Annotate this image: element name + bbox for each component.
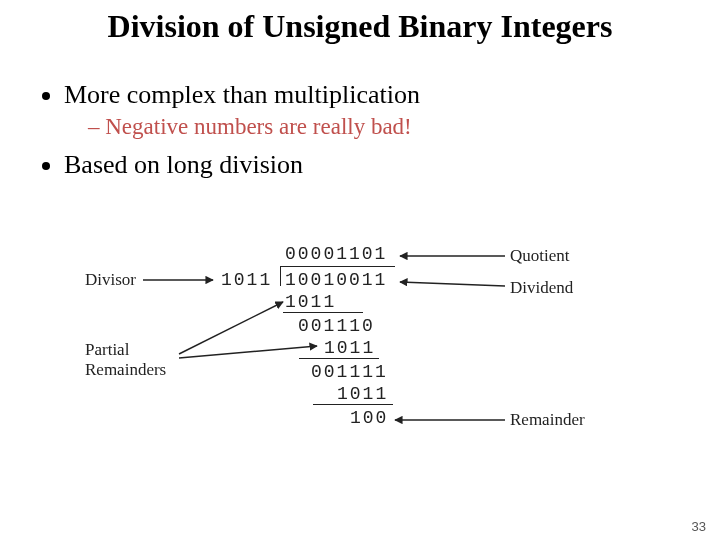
- bullet-1: More complex than multiplication Negativ…: [64, 80, 690, 140]
- arrow-layer: [85, 244, 645, 484]
- long-division-diagram: 00001101 1011 10010011 1011 001110 1011 …: [85, 244, 645, 484]
- slide-body: More complex than multiplication Negativ…: [36, 80, 690, 188]
- arrow-dividend: [400, 282, 505, 286]
- slide-title: Division of Unsigned Binary Integers: [0, 8, 720, 45]
- arrow-partial-2: [179, 346, 317, 358]
- arrow-partial-1: [179, 302, 283, 354]
- bullet-2: Based on long division: [64, 150, 690, 180]
- bullet-1-text: More complex than multiplication: [64, 80, 420, 109]
- bullet-1-sub-1: Negative numbers are really bad!: [88, 114, 690, 140]
- page-number: 33: [692, 519, 706, 534]
